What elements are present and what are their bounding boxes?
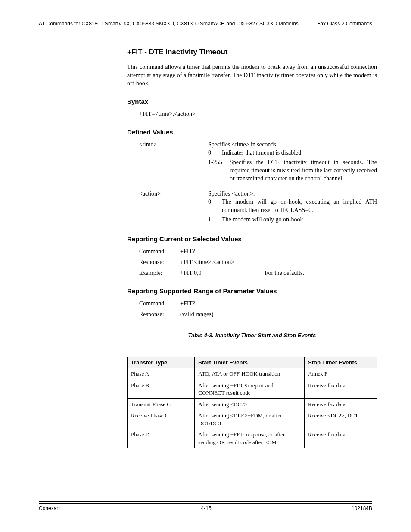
- cell: Annex F: [305, 368, 377, 380]
- r1-example: Example: +FIT:0,0 For the defaults.: [139, 269, 377, 277]
- def-action-row: <action> Specifies <action>: 0 The modem…: [139, 190, 377, 225]
- table-row: Phase B After sending +FDCS: report and …: [128, 380, 377, 398]
- def-time-0-row: 0 Indicates that timeout is disabled.: [208, 149, 377, 157]
- cell: After sending +FET: response, or after s…: [195, 429, 305, 448]
- header-right: Fax Class 2 Commands: [317, 21, 372, 27]
- def-action-desc-lead: Specifies <action>:: [208, 190, 377, 198]
- cell: Phase A: [128, 368, 195, 380]
- r2-response-val: (valid ranges): [180, 311, 377, 319]
- def-time-desc-lead: Specifies <time> in seconds.: [208, 141, 377, 149]
- defined-values-heading: Defined Values: [127, 128, 377, 137]
- r1-example-note: For the defaults.: [265, 270, 304, 276]
- def-time-1-row: 1-255 Specifies the DTE inactivity timeo…: [208, 159, 377, 183]
- table-row: Phase A ATD, ATA or OFF-HOOK transition …: [128, 368, 377, 380]
- footer-rule: [39, 501, 372, 504]
- r1-example-label: Example:: [139, 269, 180, 277]
- inactivity-timer-table: Transfer Type Start Timer Events Stop Ti…: [127, 357, 377, 448]
- th-start-events: Start Timer Events: [195, 357, 305, 368]
- section-title: +FIT - DTE Inactivity Timeout: [127, 47, 377, 57]
- def-time-desc: Specifies <time> in seconds. 0 Indicates…: [208, 141, 377, 184]
- def-action-1-desc: The modem will only go on-hook.: [222, 216, 377, 224]
- reporting1-heading: Reporting Current or Selected Values: [127, 235, 377, 243]
- def-action-0-desc: The modem will go on-hook, executing an …: [222, 198, 377, 215]
- def-action-desc: Specifies <action>: 0 The modem will go …: [208, 190, 377, 225]
- footer-center: 4-15: [201, 505, 212, 511]
- header-rule: [39, 28, 372, 30]
- def-action-term: <action>: [139, 190, 208, 225]
- def-time-1-desc: Specifies the DTE inactivity timeout in …: [230, 159, 377, 183]
- def-time-0-term: 0: [208, 149, 222, 157]
- def-action-0-row: 0 The modem will go on-hook, executing a…: [208, 198, 377, 215]
- r1-command-label: Command:: [139, 248, 180, 256]
- table-row: Transmit Phase C After sending <DC2> Rec…: [128, 398, 377, 410]
- cell: Transmit Phase C: [128, 398, 195, 410]
- r2-command: Command: +FIT?: [139, 300, 377, 308]
- cell: Phase D: [128, 429, 195, 448]
- def-time-term: <time>: [139, 141, 208, 184]
- cell: After sending <DC2>: [195, 398, 305, 410]
- r1-command-val: +FIT?: [180, 248, 377, 256]
- r1-response-label: Response:: [139, 258, 180, 267]
- table-header-row: Transfer Type Start Timer Events Stop Ti…: [128, 357, 377, 368]
- cell: Receive Phase C: [128, 410, 195, 429]
- r2-response: Response: (valid ranges): [139, 311, 377, 319]
- footer-left: Conexant: [39, 505, 61, 511]
- cell: After sending <DLE>+FDM, or after DC1/DC…: [195, 410, 305, 429]
- cell: Receive fax data: [305, 429, 377, 448]
- th-transfer-type: Transfer Type: [128, 357, 195, 368]
- table-row: Phase D After sending +FET: response, or…: [128, 429, 377, 448]
- def-time-0-desc: Indicates that timeout is disabled.: [222, 149, 377, 157]
- r1-response: Response: +FIT:<time>,<action>: [139, 258, 377, 267]
- body-inner: +FIT - DTE Inactivity Timeout This comma…: [127, 47, 377, 448]
- cell: Phase B: [128, 380, 195, 398]
- def-action-1-row: 1 The modem will only go on-hook.: [208, 216, 377, 224]
- def-action-1-term: 1: [208, 216, 222, 224]
- r2-response-label: Response:: [139, 311, 180, 319]
- footer-right: 102184B: [352, 505, 372, 511]
- def-time-1-term: 1-255: [208, 159, 230, 183]
- def-time-row: <time> Specifies <time> in seconds. 0 In…: [139, 141, 377, 184]
- cell: Receive fax data: [305, 380, 377, 398]
- syntax-line: +FIT=<time>,<action>: [139, 110, 377, 118]
- r1-example-val: +FIT:0,0: [180, 270, 202, 276]
- cell: After sending +FDCS: report and CONNECT …: [195, 380, 305, 398]
- intro-paragraph: This command allows a timer that permits…: [127, 63, 377, 88]
- cell: ATD, ATA or OFF-HOOK transition: [195, 368, 305, 380]
- r1-example-vals: +FIT:0,0 For the defaults.: [180, 269, 377, 277]
- r2-command-label: Command:: [139, 300, 180, 308]
- table-row: Receive Phase C After sending <DLE>+FDM,…: [128, 410, 377, 429]
- r1-command: Command: +FIT?: [139, 248, 377, 256]
- footer: Conexant 4-15 102184B: [39, 501, 372, 511]
- table-caption: Table 4-3. Inactivity Timer Start and St…: [127, 332, 377, 339]
- header-left: AT Commands for CX81801 SmartV.XX, CX068…: [39, 21, 299, 27]
- page: AT Commands for CX81801 SmartV.XX, CX068…: [0, 0, 411, 532]
- r1-response-val: +FIT:<time>,<action>: [180, 258, 377, 267]
- body-content: +FIT - DTE Inactivity Timeout This comma…: [127, 47, 372, 448]
- cell: Receive fax data: [305, 398, 377, 410]
- def-action-0-term: 0: [208, 198, 222, 215]
- r2-command-val: +FIT?: [180, 300, 377, 308]
- syntax-heading: Syntax: [127, 97, 377, 106]
- cell: Receive <DC2>, DC1: [305, 410, 377, 429]
- footer-row: Conexant 4-15 102184B: [39, 505, 372, 511]
- th-stop-events: Stop Timer Events: [305, 357, 377, 368]
- running-header: AT Commands for CX81801 SmartV.XX, CX068…: [39, 21, 372, 28]
- reporting2-heading: Reporting Supported Range of Parameter V…: [127, 287, 377, 296]
